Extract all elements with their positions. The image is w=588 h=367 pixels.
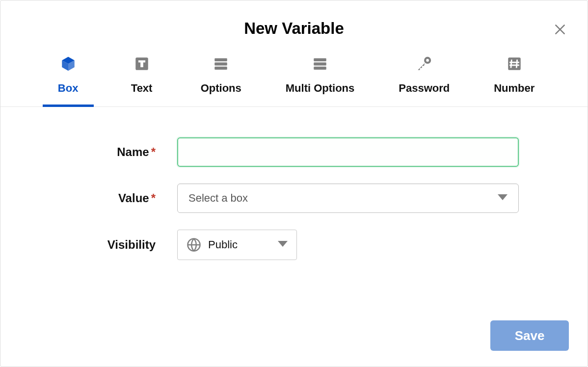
value-select[interactable]: Select a box bbox=[177, 184, 519, 213]
tab-label: Text bbox=[131, 82, 153, 95]
visibility-label: Visibility bbox=[69, 238, 177, 252]
cube-icon bbox=[60, 55, 77, 72]
svg-rect-5 bbox=[214, 67, 227, 70]
form-row-visibility: Visibility Public bbox=[69, 230, 519, 260]
svg-rect-8 bbox=[314, 67, 326, 70]
label-text: Name bbox=[117, 145, 149, 158]
hash-icon bbox=[506, 55, 523, 72]
form-row-value: Value* Select a box bbox=[69, 184, 519, 213]
modal-title: New Variable bbox=[0, 19, 588, 38]
svg-rect-3 bbox=[214, 58, 227, 61]
close-button[interactable] bbox=[552, 22, 568, 38]
tab-box[interactable]: Box bbox=[53, 55, 83, 106]
modal-footer: Save bbox=[490, 320, 569, 351]
variable-form: Name* Value* Select a box Visibility Pub bbox=[0, 107, 588, 260]
tab-text[interactable]: Text bbox=[127, 55, 157, 106]
required-mark: * bbox=[151, 145, 156, 158]
chevron-down-icon bbox=[498, 194, 508, 203]
required-mark: * bbox=[151, 191, 156, 205]
close-icon bbox=[554, 23, 566, 37]
tab-label: Password bbox=[399, 82, 450, 95]
globe-icon bbox=[187, 237, 201, 252]
form-row-name: Name* bbox=[69, 137, 519, 167]
tab-password[interactable]: Password bbox=[399, 55, 450, 106]
key-icon bbox=[416, 55, 432, 72]
svg-rect-11 bbox=[508, 57, 521, 70]
label-text: Visibility bbox=[107, 238, 156, 251]
tab-multi-options[interactable]: Multi Options bbox=[286, 55, 355, 106]
text-icon bbox=[134, 55, 150, 72]
visibility-value: Public bbox=[208, 238, 271, 251]
value-placeholder: Select a box bbox=[188, 192, 248, 205]
tab-number[interactable]: Number bbox=[494, 55, 535, 106]
tab-options[interactable]: Options bbox=[201, 55, 241, 106]
name-input[interactable] bbox=[177, 137, 519, 167]
name-label: Name* bbox=[69, 145, 177, 159]
chevron-down-icon bbox=[278, 240, 288, 249]
svg-rect-6 bbox=[314, 58, 326, 61]
value-label: Value* bbox=[69, 191, 177, 205]
tab-label: Multi Options bbox=[286, 82, 355, 95]
tab-label: Options bbox=[201, 82, 241, 95]
visibility-select[interactable]: Public bbox=[177, 230, 297, 260]
tab-label: Box bbox=[58, 82, 79, 95]
list-icon bbox=[213, 55, 229, 72]
svg-rect-7 bbox=[314, 62, 326, 65]
variable-type-tabs: Box Text Options Multi Opt bbox=[0, 38, 588, 107]
save-button[interactable]: Save bbox=[490, 320, 569, 351]
modal-header: New Variable bbox=[0, 0, 588, 38]
label-text: Value bbox=[118, 191, 149, 205]
svg-point-10 bbox=[427, 59, 429, 62]
list-icon bbox=[312, 55, 328, 72]
tab-label: Number bbox=[494, 82, 535, 95]
svg-rect-4 bbox=[214, 62, 227, 65]
